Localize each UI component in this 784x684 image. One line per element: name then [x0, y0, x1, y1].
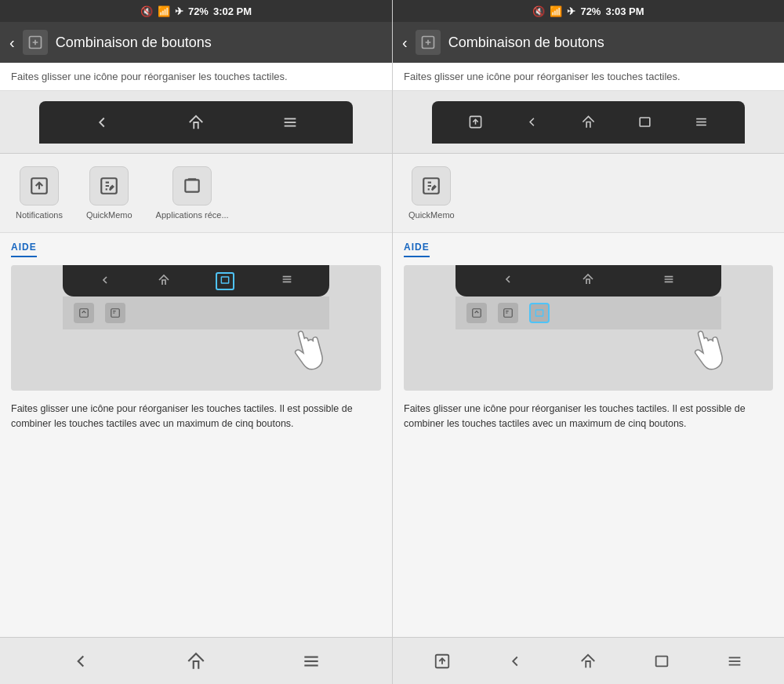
aide-section-right: AIDE — [393, 233, 784, 260]
bottom-recent-right[interactable] — [653, 653, 670, 670]
wifi-icon: 📶 — [158, 5, 170, 17]
help-notif-sm-left — [74, 303, 94, 323]
bottom-menu-right[interactable] — [726, 653, 743, 670]
available-icons-left: Notifications QuickMemo Applications réc… — [0, 154, 392, 233]
help-back-icon-right — [502, 273, 514, 289]
help-memo-sm-left — [105, 303, 125, 323]
subtitle-left: Faites glisser une icône pour réorganise… — [0, 63, 392, 91]
right-panel: 🔇 📶 ✈ 72% 3:03 PM ‹ Combinaison de bouto… — [392, 0, 784, 684]
help-menu-icon-left — [281, 273, 293, 289]
time-right: 3:03 PM — [605, 5, 644, 17]
bottom-back-right[interactable] — [506, 653, 524, 670]
bottom-nav-right[interactable] — [393, 637, 784, 684]
notifications-icon-box — [20, 166, 59, 206]
available-icons-right: QuickMemo — [393, 154, 784, 233]
icon-recent-left[interactable]: Applications réce... — [156, 166, 229, 220]
status-bar-left: 🔇 📶 ✈ 72% 3:02 PM — [0, 0, 392, 22]
time-left: 3:02 PM — [213, 5, 252, 17]
quickmemo-icon-box-left — [89, 166, 129, 206]
aide-section-left: AIDE — [0, 233, 392, 260]
svg-rect-14 — [111, 309, 120, 318]
quickmemo-icon-box-right — [412, 166, 451, 206]
svg-rect-31 — [535, 310, 543, 316]
wifi-icon-right: 📶 — [550, 5, 562, 17]
bottom-home-right[interactable] — [579, 653, 597, 670]
app-icon-right — [416, 30, 441, 55]
quickmemo-label-left: QuickMemo — [86, 210, 132, 220]
nav-recent-right[interactable] — [637, 115, 652, 129]
notifications-label: Notifications — [16, 210, 63, 220]
subtitle-right: Faites glisser une icône pour réorganise… — [393, 63, 784, 91]
left-panel: 🔇 📶 ✈ 72% 3:02 PM ‹ Combinaison de bouto… — [0, 0, 392, 684]
svg-rect-21 — [640, 118, 650, 126]
nav-display-left — [0, 91, 392, 154]
phone-nav-bar-left — [39, 101, 353, 144]
battery-left: 72% — [188, 5, 209, 17]
aide-label-right: AIDE — [404, 242, 430, 257]
help-recent-hl-left — [216, 272, 234, 290]
back-arrow-right[interactable]: ‹ — [402, 34, 408, 52]
help-home-icon-right — [582, 273, 594, 289]
bottom-home-left[interactable] — [186, 651, 206, 671]
phone-nav-bar-right — [432, 101, 745, 144]
airplane-icon: ✈ — [175, 5, 183, 17]
svg-rect-30 — [504, 309, 513, 318]
help-text-left: Faites glisser une icône pour réorganise… — [0, 395, 392, 438]
bottom-notif-right[interactable] — [434, 653, 451, 670]
help-notif-sm-right — [466, 303, 487, 323]
back-arrow-left[interactable]: ‹ — [9, 34, 15, 52]
app-bar-title-right: Combinaison de boutons — [448, 35, 604, 51]
help-illustration-left — [11, 265, 381, 391]
app-icon-left — [23, 30, 48, 55]
svg-rect-34 — [656, 656, 668, 666]
nav-home-left[interactable] — [187, 114, 205, 131]
nav-home-right[interactable] — [581, 115, 596, 129]
hand-cursor-right — [680, 319, 741, 391]
nav-display-right — [393, 91, 784, 154]
help-menu-icon-right — [662, 273, 675, 289]
help-text-right: Faites glisser une icône pour réorganise… — [393, 395, 784, 438]
quickmemo-label-right: QuickMemo — [408, 210, 455, 220]
icon-quickmemo-right[interactable]: QuickMemo — [408, 166, 455, 220]
airplane-icon-right: ✈ — [567, 5, 575, 17]
nav-back-left[interactable] — [93, 114, 111, 131]
speaker-icon: 🔇 — [140, 5, 153, 17]
app-bar-title-left: Combinaison de boutons — [56, 35, 212, 51]
hand-cursor-left — [280, 319, 341, 391]
help-illustration-right — [404, 265, 773, 391]
help-home-icon-left — [158, 274, 170, 289]
svg-rect-8 — [188, 178, 197, 180]
battery-right: 72% — [580, 5, 601, 17]
recent-icon-box-left — [172, 166, 212, 206]
recent-label-left: Applications réce... — [156, 210, 229, 220]
nav-notif-right[interactable] — [468, 115, 483, 129]
help-memo-sm-right — [498, 303, 518, 323]
status-bar-right: 🔇 📶 ✈ 72% 3:03 PM — [393, 0, 784, 22]
bottom-menu-left[interactable] — [301, 651, 321, 671]
nav-back-right[interactable] — [524, 115, 539, 129]
aide-label-left: AIDE — [11, 242, 37, 257]
icon-quickmemo-left[interactable]: QuickMemo — [86, 166, 132, 220]
app-bar-right: ‹ Combinaison de boutons — [393, 22, 784, 63]
app-bar-left: ‹ Combinaison de boutons — [0, 22, 392, 63]
svg-rect-7 — [185, 180, 198, 191]
help-recent-hl-right — [529, 303, 550, 323]
svg-rect-9 — [222, 276, 229, 282]
svg-rect-29 — [473, 309, 481, 318]
svg-rect-13 — [80, 309, 89, 318]
bottom-nav-left[interactable] — [0, 637, 392, 684]
icon-notifications[interactable]: Notifications — [16, 166, 63, 220]
nav-menu-left[interactable] — [281, 114, 299, 131]
speaker-icon-right: 🔇 — [532, 5, 545, 17]
nav-menu-right[interactable] — [694, 115, 709, 129]
help-back-icon-left — [99, 274, 111, 289]
bottom-back-left[interactable] — [71, 651, 91, 671]
